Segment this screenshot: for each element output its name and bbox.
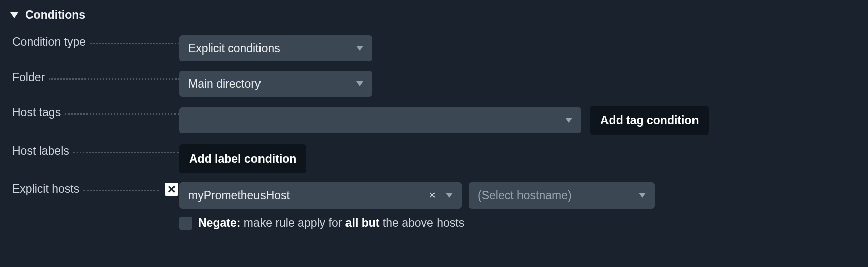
dots-filler	[90, 43, 179, 44]
ctrl-explicit-hosts: myPrometheusHost × (Select hostname)	[179, 182, 655, 209]
add-label-condition-button[interactable]: Add label condition	[179, 144, 306, 173]
ctrl-host-tags: Add tag condition	[179, 106, 709, 135]
negate-row: Negate: make rule apply for all but the …	[0, 213, 868, 230]
label-text: Condition type	[12, 35, 86, 49]
select-placeholder: (Select hostname)	[478, 189, 572, 203]
explicit-host-placeholder-select[interactable]: (Select hostname)	[469, 182, 655, 209]
select-value: Explicit conditions	[188, 42, 280, 55]
remove-explicit-hosts-button[interactable]	[165, 183, 178, 196]
label-host-labels: Host labels	[12, 144, 179, 158]
row-condition-type: Condition type Explicit conditions	[0, 31, 868, 66]
label-text: Folder	[12, 71, 45, 84]
clear-selection-icon[interactable]: ×	[429, 190, 436, 201]
explicit-host-chosen-select[interactable]: myPrometheusHost ×	[179, 182, 462, 209]
condition-type-select[interactable]: Explicit conditions	[179, 35, 372, 61]
negate-text: Negate: make rule apply for all but the …	[198, 216, 464, 230]
select-value: Main directory	[188, 77, 261, 91]
folder-select[interactable]: Main directory	[179, 71, 372, 97]
dots-filler	[49, 78, 179, 80]
dots-filler	[73, 152, 179, 153]
label-text: Explicit hosts	[12, 182, 79, 196]
label-folder: Folder	[12, 71, 179, 84]
negate-mid1: make rule apply for	[240, 216, 345, 229]
row-folder: Folder Main directory	[0, 66, 868, 101]
close-icon	[168, 186, 175, 193]
select-value: myPrometheusHost	[188, 189, 290, 203]
label-text: Host tags	[12, 106, 61, 119]
button-label: Add label condition	[189, 152, 296, 166]
select-right-icons: ×	[429, 190, 453, 201]
section-title: Conditions	[25, 8, 85, 22]
section-header[interactable]: Conditions	[0, 6, 868, 31]
label-explicit-hosts: Explicit hosts	[12, 182, 179, 196]
label-text: Host labels	[12, 144, 69, 158]
host-tags-select[interactable]	[179, 107, 581, 134]
negate-bold: all but	[345, 216, 380, 229]
chevron-down-icon	[356, 46, 363, 51]
chevron-down-icon	[446, 193, 453, 198]
ctrl-host-labels: Add label condition	[179, 144, 306, 173]
label-condition-type: Condition type	[12, 35, 179, 49]
negate-prefix: Negate:	[198, 216, 240, 229]
ctrl-folder: Main directory	[179, 71, 372, 97]
explicit-hosts-selects: myPrometheusHost × (Select hostname)	[179, 182, 655, 209]
add-tag-condition-button[interactable]: Add tag condition	[590, 106, 709, 135]
label-host-tags: Host tags	[12, 106, 179, 119]
negate-checkbox[interactable]	[179, 217, 192, 230]
chevron-down-icon	[356, 81, 363, 86]
collapse-icon	[10, 12, 18, 18]
dots-filler	[65, 113, 179, 115]
button-label: Add tag condition	[600, 114, 699, 127]
conditions-panel: Conditions Condition type Explicit condi…	[0, 0, 868, 239]
row-host-labels: Host labels Add label condition	[0, 140, 868, 178]
row-explicit-hosts: Explicit hosts myPrometheusHost × (Selec…	[0, 178, 868, 213]
ctrl-condition-type: Explicit conditions	[179, 35, 372, 61]
negate-mid2: the above hosts	[379, 216, 464, 229]
row-host-tags: Host tags Add tag condition	[0, 101, 868, 140]
dots-filler	[83, 190, 159, 191]
chevron-down-icon	[565, 118, 572, 123]
chevron-down-icon	[639, 193, 646, 198]
